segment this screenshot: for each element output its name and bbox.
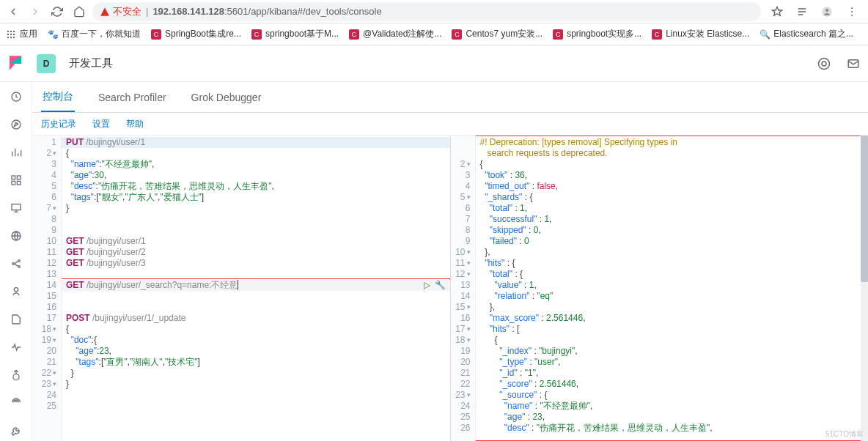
svg-point-29 <box>13 374 19 380</box>
side-nav <box>0 82 32 441</box>
settings-link[interactable]: 设置 <box>92 118 110 130</box>
svg-point-11 <box>7 36 9 37</box>
svg-point-18 <box>12 120 21 129</box>
bookmark-item[interactable]: C@Validated注解使... <box>349 28 441 40</box>
svg-point-6 <box>10 30 12 32</box>
nav-uptime-icon[interactable] <box>5 365 27 385</box>
nav-ml-icon[interactable] <box>5 253 27 274</box>
nav-siem-icon[interactable] <box>5 393 27 413</box>
svg-point-14 <box>819 58 830 69</box>
address-bar[interactable]: 不安全 | 192.168.141.128:5601/app/kibana#/d… <box>92 2 761 21</box>
browser-toolbar: 不安全 | 192.168.141.128:5601/app/kibana#/d… <box>0 0 868 23</box>
bookmark-item[interactable]: CCentos7 yum安装... <box>452 28 542 40</box>
response-viewer: 2▾345▾678910▾11▾12▾131415▾1617▾18▾192021… <box>451 136 869 441</box>
nav-devtools-icon[interactable] <box>5 420 27 441</box>
bookmark-item[interactable]: 🔍Elasticsearch 篇之... <box>760 28 853 40</box>
svg-rect-22 <box>17 181 21 185</box>
history-link[interactable]: 历史记录 <box>41 118 76 130</box>
home-button[interactable] <box>70 3 88 21</box>
bookmark-item[interactable]: 🐾百度一下，你就知道 <box>48 28 141 40</box>
scrollbar[interactable] <box>861 136 868 441</box>
svg-point-2 <box>851 7 853 9</box>
svg-point-28 <box>14 288 18 292</box>
nav-maps-icon[interactable] <box>5 226 27 246</box>
svg-point-9 <box>10 33 12 34</box>
run-request-icon[interactable]: ▷ <box>422 280 433 290</box>
insecure-badge: 不安全 <box>100 5 141 18</box>
tab-search-profiler[interactable]: Search Profiler <box>97 84 168 111</box>
apps-button[interactable]: 应用 <box>6 28 37 40</box>
forward-button[interactable] <box>26 3 44 21</box>
svg-point-4 <box>851 14 853 15</box>
svg-rect-20 <box>17 176 21 179</box>
bookmark-item[interactable]: Cspringboot实现多... <box>553 28 641 40</box>
nav-discover-icon[interactable] <box>5 114 27 135</box>
star-button[interactable] <box>768 3 786 21</box>
svg-point-26 <box>18 260 20 262</box>
svg-point-5 <box>7 30 9 32</box>
svg-point-13 <box>13 36 15 37</box>
feedback-icon[interactable] <box>809 49 839 78</box>
svg-point-7 <box>13 30 15 32</box>
watermark: 51CTO博客 <box>825 429 864 440</box>
reload-button[interactable] <box>48 3 66 21</box>
wrench-icon[interactable]: 🔧 <box>435 280 446 290</box>
nav-recent-icon[interactable] <box>5 86 27 107</box>
back-button[interactable] <box>4 3 22 21</box>
bookmark-item[interactable]: CSpringBoot集成re... <box>151 28 241 40</box>
svg-point-3 <box>851 11 853 12</box>
svg-rect-19 <box>12 176 15 179</box>
request-editor[interactable]: 12▾34567▾89101112131415161718▾19▾202122▾… <box>32 136 451 441</box>
mail-icon[interactable] <box>839 49 868 78</box>
svg-rect-23 <box>12 204 21 210</box>
nav-apm-icon[interactable] <box>5 337 27 357</box>
svg-rect-21 <box>12 181 15 185</box>
bookmark-item[interactable]: Cspringboot基于M... <box>251 28 339 40</box>
url-host: 192.168.141.128:5601/app/kibana#/dev_too… <box>152 6 381 17</box>
page-title: 开发工具 <box>69 56 113 70</box>
nav-canvas-icon[interactable] <box>5 198 27 218</box>
help-link[interactable]: 帮助 <box>126 118 144 130</box>
nav-visualize-icon[interactable] <box>5 142 27 163</box>
devtools-tabs: 控制台 Search Profiler Grok Debugger <box>32 82 868 113</box>
nav-dashboard-icon[interactable] <box>5 170 27 190</box>
svg-point-10 <box>13 33 15 34</box>
svg-point-15 <box>822 62 826 66</box>
space-badge[interactable]: D <box>37 54 56 73</box>
svg-point-12 <box>10 36 12 37</box>
tab-console[interactable]: 控制台 <box>41 83 75 112</box>
svg-point-25 <box>12 263 14 265</box>
tab-grok-debugger[interactable]: Grok Debugger <box>190 84 263 111</box>
nav-logs-icon[interactable] <box>5 309 27 330</box>
kibana-logo[interactable] <box>0 56 32 72</box>
app-header: D 开发工具 <box>0 45 868 82</box>
bookmark-item[interactable]: CLinux安装 Elasticse... <box>652 28 749 40</box>
bookmarks-bar: 应用 🐾百度一下，你就知道 CSpringBoot集成re... Cspring… <box>0 23 868 45</box>
reading-list-button[interactable] <box>793 3 811 21</box>
svg-point-8 <box>7 33 9 34</box>
profile-button[interactable] <box>818 3 836 21</box>
menu-button[interactable] <box>843 3 861 21</box>
svg-point-27 <box>18 266 20 268</box>
svg-point-1 <box>825 9 828 12</box>
console-sublinks: 历史记录 设置 帮助 <box>32 113 868 135</box>
nav-metrics-icon[interactable] <box>5 281 27 302</box>
